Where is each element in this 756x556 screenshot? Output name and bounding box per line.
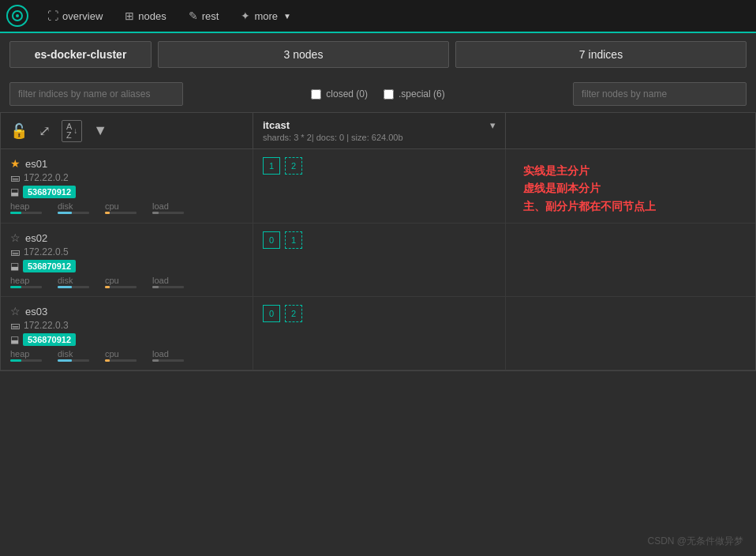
disk-label-es03: disk bbox=[58, 349, 73, 359]
nodes-label: nodes bbox=[293, 48, 323, 61]
nodes-count: 3 bbox=[284, 48, 290, 61]
heap-bar-es01 bbox=[10, 212, 21, 214]
star-icon-es03[interactable]: ☆ bbox=[10, 305, 21, 317]
svg-point-2 bbox=[16, 14, 19, 17]
star-icon-es01[interactable]: ★ bbox=[10, 157, 21, 170]
cpu-bar-es02 bbox=[105, 286, 110, 288]
annotation-col: 实线是主分片 虚线是副本分片 主、副分片都在不同节点上 bbox=[506, 149, 755, 223]
sort-az-button[interactable]: AZ ↓ bbox=[62, 120, 82, 142]
indices-count: 7 bbox=[579, 48, 586, 61]
node-ip-es01: 172.22.0.2 bbox=[24, 172, 69, 183]
disk-label-es02: disk bbox=[58, 276, 73, 285]
closed-label: closed (0) bbox=[326, 88, 368, 100]
nav-overview-label: overview bbox=[62, 10, 103, 22]
cluster-indices-button[interactable]: 7 indices bbox=[455, 41, 747, 68]
load-label-es02: load bbox=[152, 276, 169, 285]
table-row: ☆ es03 🖴 172.22.0.3 ⬓ 536870912 heap dis… bbox=[1, 297, 755, 370]
index-name[interactable]: itcast bbox=[263, 119, 290, 131]
node-info-es02: ☆ es02 🖴 172.22.0.5 ⬓ 536870912 heap dis… bbox=[1, 224, 253, 296]
nodes-col-header: 🔓 ⤢ AZ ↓ ▼ bbox=[1, 113, 253, 148]
node-ip-es02: 172.22.0.5 bbox=[24, 246, 69, 257]
node-name-es01: es01 bbox=[25, 158, 47, 170]
nav-rest-label: rest bbox=[202, 10, 219, 22]
nav-nodes[interactable]: ⊞ nodes bbox=[115, 5, 175, 27]
closed-checkbox[interactable] bbox=[311, 89, 321, 100]
shard-primary-0-es02[interactable]: 0 bbox=[263, 231, 280, 249]
load-bar-es03 bbox=[152, 359, 159, 362]
heap-label-es02: heap bbox=[10, 276, 29, 285]
sort-arrow-icon: ↓ bbox=[73, 126, 77, 135]
cpu-bar-es03 bbox=[105, 359, 110, 362]
disk-bar-es02 bbox=[58, 286, 72, 288]
disk-label: disk bbox=[58, 201, 73, 211]
star-icon-es02[interactable]: ☆ bbox=[10, 231, 21, 244]
special-checkbox[interactable] bbox=[384, 89, 394, 100]
cpu-label: cpu bbox=[105, 201, 119, 211]
table-row: ★ es01 🖴 172.22.0.2 ⬓ 536870912 heap dis… bbox=[1, 149, 755, 224]
nav-more[interactable]: ✦ more ▼ bbox=[231, 5, 301, 27]
special-filter[interactable]: .special (6) bbox=[384, 88, 445, 100]
empty-col-es02 bbox=[506, 224, 755, 296]
rest-icon: ✎ bbox=[189, 9, 198, 22]
node-badge-es03: 536870912 bbox=[23, 333, 76, 346]
lock-icon[interactable]: 🔓 bbox=[10, 122, 28, 140]
disk-icon-es03: 🖴 bbox=[10, 320, 20, 331]
id-icon-es01: ⬓ bbox=[10, 186, 19, 197]
top-nav: ⛶ overview ⊞ nodes ✎ rest ✦ more ▼ bbox=[0, 0, 756, 33]
shard-primary-0-es03[interactable]: 0 bbox=[263, 305, 280, 322]
node-stats-es03: heap disk cpu load bbox=[10, 349, 243, 362]
cpu-label-es03: cpu bbox=[105, 349, 119, 359]
heap-label: heap bbox=[10, 201, 29, 211]
more-icon: ✦ bbox=[241, 9, 250, 22]
nav-more-label: more bbox=[254, 10, 278, 22]
sort-dropdown-icon[interactable]: ▼ bbox=[93, 122, 107, 139]
nav-overview[interactable]: ⛶ overview bbox=[38, 5, 112, 27]
shard-cell-es03: 0 2 bbox=[253, 297, 506, 370]
node-stats-es02: heap disk cpu load bbox=[10, 276, 243, 288]
table-header: 🔓 ⤢ AZ ↓ ▼ itcast ▾ shards: 3 * 2| docs:… bbox=[1, 113, 755, 149]
cluster-name-button[interactable]: es-docker-cluster bbox=[9, 41, 152, 68]
overview-icon: ⛶ bbox=[47, 9, 58, 22]
filter-bar: closed (0) .special (6) bbox=[0, 76, 756, 112]
node-info-es01: ★ es01 🖴 172.22.0.2 ⬓ 536870912 heap dis… bbox=[1, 149, 253, 223]
watermark: CSDN @无条件做异梦 bbox=[647, 535, 743, 548]
node-stats-es01: heap disk cpu load bbox=[10, 201, 243, 214]
annotation: 实线是主分片 虚线是副本分片 主、副分片都在不同节点上 bbox=[515, 157, 746, 215]
index-col-header: itcast ▾ shards: 3 * 2| docs: 0 | size: … bbox=[253, 113, 506, 148]
shard-replica-1-es02[interactable]: 1 bbox=[285, 231, 302, 249]
disk-icon-es01: 🖴 bbox=[10, 172, 20, 183]
cpu-bar-es01 bbox=[105, 212, 110, 214]
cluster-nodes-button[interactable]: 3 nodes bbox=[158, 41, 449, 68]
closed-filter[interactable]: closed (0) bbox=[311, 88, 368, 100]
shard-primary-1-es01[interactable]: 1 bbox=[263, 157, 280, 175]
annotation-line3: 主、副分片都在不同节点上 bbox=[523, 197, 746, 215]
app-logo[interactable] bbox=[6, 5, 28, 27]
cluster-bar: es-docker-cluster 3 nodes 7 indices bbox=[0, 33, 756, 76]
node-badge-es02: 536870912 bbox=[23, 260, 76, 272]
node-name-es03: es03 bbox=[25, 306, 47, 317]
load-label-es03: load bbox=[152, 349, 169, 359]
heap-bar-es02 bbox=[10, 286, 21, 288]
disk-bar-es03 bbox=[58, 359, 72, 362]
index-dropdown-icon[interactable]: ▾ bbox=[490, 119, 496, 131]
filter-nodes-input[interactable] bbox=[573, 82, 747, 106]
filter-checkboxes: closed (0) .special (6) bbox=[193, 88, 563, 100]
load-bar-es01 bbox=[152, 212, 159, 214]
extra-col-header bbox=[506, 113, 755, 148]
shard-replica-2-es01[interactable]: 2 bbox=[285, 157, 302, 175]
sort-az-label: AZ bbox=[66, 122, 72, 140]
index-meta: shards: 3 * 2| docs: 0 | size: 624.00b bbox=[263, 133, 496, 142]
main-table: 🔓 ⤢ AZ ↓ ▼ itcast ▾ shards: 3 * 2| docs:… bbox=[0, 112, 756, 371]
annotation-line2: 虚线是副本分片 bbox=[523, 179, 746, 197]
nav-rest[interactable]: ✎ rest bbox=[179, 5, 229, 27]
expand-icon[interactable]: ⤢ bbox=[39, 122, 51, 140]
id-icon-es03: ⬓ bbox=[10, 334, 19, 345]
node-name-es02: es02 bbox=[25, 232, 47, 244]
disk-icon-es02: 🖴 bbox=[10, 246, 20, 257]
filter-indices-input[interactable] bbox=[9, 82, 183, 106]
special-label: .special (6) bbox=[399, 88, 445, 100]
load-label: load bbox=[152, 201, 169, 211]
table-row: ☆ es02 🖴 172.22.0.5 ⬓ 536870912 heap dis… bbox=[1, 224, 755, 297]
shard-replica-2-es03[interactable]: 2 bbox=[285, 305, 302, 322]
node-badge-es01: 536870912 bbox=[23, 186, 76, 198]
